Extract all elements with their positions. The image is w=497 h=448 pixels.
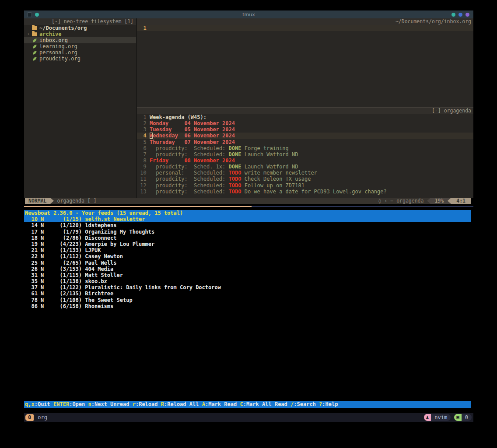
- org-file-icon: [32, 38, 37, 43]
- inbox-buffer-window[interactable]: ~/Documents/org/inbox.org 1: [137, 18, 473, 107]
- statusline-filename: orgagenda [-]: [54, 198, 97, 204]
- tree-item-inbox-org[interactable]: inbox.org: [24, 37, 136, 43]
- feed-item-22[interactable]: 22 N (1/112) Casey Newton: [24, 253, 471, 259]
- newsboat-help-bar: q,x:Quit ENTER:Open n:Next Unread r:Relo…: [24, 401, 471, 408]
- diamond-icon: ◊ ‹ ≡: [378, 198, 394, 204]
- help-command[interactable]: C:Mark All Read: [240, 401, 287, 407]
- line-number: 3: [137, 126, 150, 133]
- tmux-window-count: 0: [462, 414, 472, 421]
- line-number: 2: [137, 120, 150, 126]
- tmux-window-chip: ▣ 0: [454, 414, 472, 421]
- tree-item-label: proudcity.org: [39, 56, 80, 62]
- spacer: [24, 56, 31, 62]
- line-number: 11: [137, 176, 150, 182]
- agenda-line-6[interactable]: 6 proudcity: Scheduled: DONE Forge train…: [137, 145, 473, 151]
- help-command[interactable]: n:Next Unread: [88, 401, 130, 407]
- feed-item-26[interactable]: 26 N (3/153) 404 Media: [24, 266, 471, 272]
- tmux-terminal: [-] neo-tree filesystem [1] ~/Documents/…: [24, 18, 473, 413]
- folder-open-icon: [32, 26, 37, 30]
- feed-item-21[interactable]: 21 N (1/133) LJPUK: [24, 247, 471, 253]
- agenda-line-13[interactable]: 13 proudcity: Scheduled: TODO Do we have…: [137, 189, 473, 195]
- nvim-pane: [-] neo-tree filesystem [1] ~/Documents/…: [24, 18, 473, 206]
- help-command[interactable]: q,x:Quit: [25, 401, 50, 407]
- tmux-window-name[interactable]: org: [38, 414, 47, 420]
- newsboat-titlebar: Newsboat 2.36.0 - Your feeds (15 unread,…: [24, 210, 471, 216]
- help-command[interactable]: R:Reload All: [161, 401, 199, 407]
- agenda-line-10[interactable]: 10 personal: Scheduled: TODO write membe…: [137, 170, 473, 176]
- feed-item-17[interactable]: 17 N (1/79) Organizing My Thoughts: [24, 229, 471, 235]
- maximize-button[interactable]: [458, 13, 462, 17]
- statusline-right-file: orgagenda: [396, 198, 424, 204]
- inbox-winbar-path: ~/Documents/org/inbox.org: [396, 18, 471, 24]
- tmux-session-chip: ♟ nvim: [424, 414, 451, 421]
- titlebar[interactable]: tmux: [24, 10, 473, 18]
- help-command[interactable]: r:Reload: [133, 401, 158, 407]
- tree-root[interactable]: ~/Documents/org: [24, 25, 136, 31]
- agenda-line-5[interactable]: 5 Thursday 07 November 2024: [137, 139, 473, 145]
- line-number: 5: [137, 139, 150, 145]
- chevron-right-icon[interactable]: ›: [24, 31, 31, 37]
- feed-item-37[interactable]: 37 N (1/122) Pluralistic: Daily links fr…: [24, 284, 471, 290]
- orgagenda-window: [-] orgagenda 1 Week-agenda (W45): 2 Mon…: [137, 108, 473, 195]
- tmux-window-index-badge[interactable]: 0: [25, 414, 34, 421]
- app-icon: [27, 12, 32, 17]
- feed-item-35[interactable]: 35 N (1/138) skoo.bz: [24, 278, 471, 284]
- tree-root-label: ~/Documents/org: [39, 25, 87, 31]
- agenda-line-9[interactable]: 9 proudcity: Sched. 1x: DONE Launch Watf…: [137, 164, 473, 170]
- agenda-line-1[interactable]: 1 Week-agenda (W45):: [137, 114, 473, 120]
- minimize-button[interactable]: [452, 13, 455, 17]
- feed-item-14[interactable]: 14 N (1/120) ldstephens: [24, 222, 471, 228]
- agenda-line-7[interactable]: 7 proudcity: Scheduled: DONE Launch Watf…: [137, 151, 473, 158]
- tree-item-label: personal.org: [39, 49, 77, 56]
- line-number: 12: [137, 182, 150, 189]
- powerline-separator-icon: [448, 198, 451, 204]
- newsboat-pane: Newsboat 2.36.0 - Your feeds (15 unread,…: [24, 207, 471, 413]
- feed-item-25[interactable]: 25 N (2/65) Paul Wells: [24, 260, 471, 266]
- help-command[interactable]: A:Mark Read: [202, 401, 237, 407]
- feed-item-19[interactable]: 19 N (4/223) Amerpie by Lou Plummer: [24, 241, 471, 247]
- tree-item-archive[interactable]: ›archive: [24, 31, 136, 37]
- feed-item-78[interactable]: 78 N (1/108) The Sweet Setup: [24, 297, 471, 303]
- feed-item-86[interactable]: 86 N (6/158) Rhoneisms: [24, 303, 471, 309]
- line-number: 10: [137, 170, 150, 176]
- agenda-line-3[interactable]: 3 Tuesday 05 November 2024: [137, 126, 473, 133]
- close-button[interactable]: [466, 13, 469, 17]
- feed-item-61[interactable]: 61 N (2/135) Birchtree: [24, 290, 471, 297]
- orgagenda-winbar-label: [-] orgagenda: [432, 108, 471, 114]
- tmux-session-label: nvim: [431, 414, 451, 421]
- line-number: 13: [137, 189, 150, 195]
- tree-item-personal-org[interactable]: personal.org: [24, 49, 136, 56]
- org-file-icon: [32, 50, 37, 55]
- agenda-line-12[interactable]: 12 proudcity: Scheduled: TODO Follow up …: [137, 182, 473, 189]
- inbox-line-1[interactable]: 1: [137, 25, 473, 31]
- feed-item-18[interactable]: 18 N (2/86) Disconnect: [24, 235, 471, 241]
- desktop: tmux [-] neo-tree filesystem [1] ~/Docum…: [0, 0, 497, 448]
- help-command[interactable]: ?:Help: [319, 401, 338, 407]
- line-number: 1: [137, 25, 150, 31]
- line-number: 9: [137, 164, 150, 170]
- session-icon: ♟: [424, 414, 431, 421]
- editor-column: ~/Documents/org/inbox.org 1 [-] orgagend…: [137, 18, 473, 198]
- tmux-status-bar: 0 org ♟ nvim ▣ 0: [24, 413, 473, 422]
- folder-icon: [32, 32, 37, 36]
- help-command[interactable]: /:Search: [290, 401, 316, 407]
- nvim-statusline: NORMAL orgagenda [-] ◊ ‹ ≡ orgagenda 19%…: [25, 198, 471, 204]
- orgagenda-winbar: [-] orgagenda: [137, 108, 473, 114]
- statusline-icons: ◊ ‹ ≡ orgagenda: [378, 198, 427, 204]
- tree-item-label: archive: [39, 31, 62, 37]
- line-number: 8: [137, 158, 150, 164]
- window-icon: ▣: [454, 414, 462, 421]
- agenda-line-8[interactable]: 8 Friday 08 November 2024: [137, 158, 473, 164]
- agenda-line-4[interactable]: 4 Wednesday 06 November 2024: [137, 133, 473, 139]
- inbox-winbar: ~/Documents/org/inbox.org: [137, 18, 473, 25]
- help-command[interactable]: ENTER:Open: [53, 401, 85, 407]
- agenda-line-2[interactable]: 2 Monday 04 November 2024: [137, 120, 473, 126]
- tree-item-proudcity-org[interactable]: proudcity.org: [24, 56, 136, 62]
- neotree-title: [-] neo-tree filesystem [1]: [24, 18, 136, 25]
- tree-item-learning-org[interactable]: learning.org: [24, 43, 136, 49]
- feed-item-31[interactable]: 31 N (1/115) Matt Stoller: [24, 272, 471, 278]
- cursor-position: 4:1: [451, 198, 471, 204]
- agenda-line-11[interactable]: 11 proudcity: Scheduled: TODO Check Dele…: [137, 176, 473, 182]
- line-number: 7: [137, 151, 150, 158]
- feed-item-10[interactable]: 10 N (1/15) selfh.st Newsletter: [24, 216, 471, 222]
